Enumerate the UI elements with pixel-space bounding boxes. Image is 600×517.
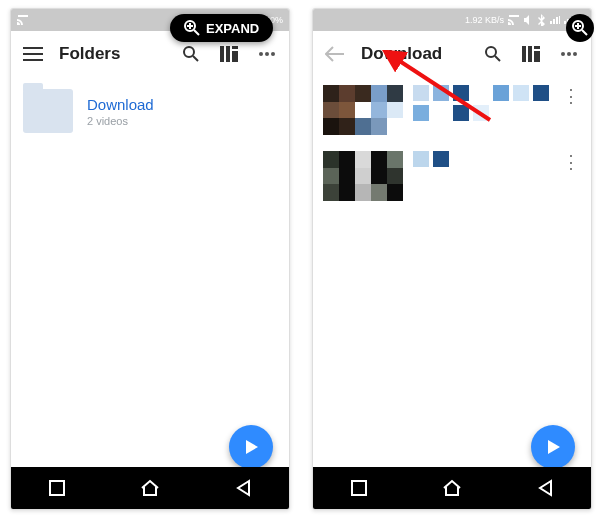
svg-point-0	[184, 47, 194, 57]
nav-back-button[interactable]	[532, 475, 558, 501]
play-fab[interactable]	[229, 425, 273, 469]
view-toggle-button[interactable]	[519, 42, 543, 66]
app-bar: Download	[313, 31, 591, 77]
cast-icon	[17, 15, 29, 25]
expand-label: EXPAND	[206, 21, 259, 36]
search-button[interactable]	[481, 42, 505, 66]
video-more-button[interactable]: ⋮	[561, 151, 581, 173]
status-bar: 1.92 KB/s	[313, 9, 591, 31]
svg-rect-4	[50, 481, 64, 495]
nav-home-button[interactable]	[439, 475, 465, 501]
view-toggle-button[interactable]	[217, 42, 241, 66]
video-more-button[interactable]: ⋮	[561, 85, 581, 107]
svg-rect-9	[352, 481, 366, 495]
volume-icon	[524, 15, 534, 25]
status-net: 1.92 KB/s	[465, 15, 504, 25]
video-thumbnail	[323, 85, 403, 135]
svg-point-7	[567, 52, 571, 56]
android-nav-bar	[313, 467, 591, 509]
nav-recent-button[interactable]	[346, 475, 372, 501]
more-button[interactable]	[557, 42, 581, 66]
nav-back-button[interactable]	[230, 475, 256, 501]
cast-icon	[508, 15, 520, 25]
content-area: Download 2 videos	[11, 77, 289, 483]
nav-home-button[interactable]	[137, 475, 163, 501]
video-list: ⋮⋮	[323, 85, 581, 201]
svg-point-3	[271, 52, 275, 56]
folder-icon	[23, 89, 73, 133]
content-area: ⋮⋮	[313, 77, 591, 483]
video-item[interactable]: ⋮	[323, 85, 581, 135]
back-arrow-button[interactable]	[323, 42, 347, 66]
svg-point-5	[486, 47, 496, 57]
folder-name: Download	[87, 96, 154, 113]
phone-left-frame: 0:14 60% Folders Download	[10, 8, 290, 510]
video-meta	[413, 151, 551, 175]
magnify-plus-icon	[184, 20, 200, 36]
search-button[interactable]	[179, 42, 203, 66]
play-fab[interactable]	[531, 425, 575, 469]
android-nav-bar	[11, 467, 289, 509]
page-title: Folders	[59, 44, 165, 64]
magnify-badge[interactable]	[566, 14, 594, 42]
video-item[interactable]: ⋮	[323, 151, 581, 201]
page-title: Download	[361, 44, 467, 64]
svg-point-2	[265, 52, 269, 56]
expand-button[interactable]: EXPAND	[170, 14, 273, 42]
svg-point-6	[561, 52, 565, 56]
video-thumbnail	[323, 151, 403, 201]
video-meta	[413, 85, 551, 125]
phone-right-frame: 1.92 KB/s Download ⋮⋮	[312, 8, 592, 510]
bluetooth-icon	[538, 14, 546, 26]
svg-point-1	[259, 52, 263, 56]
svg-point-8	[573, 52, 577, 56]
folder-subtitle: 2 videos	[87, 115, 154, 127]
signal-icon	[550, 16, 560, 24]
folder-item[interactable]: Download 2 videos	[21, 85, 279, 137]
nav-recent-button[interactable]	[44, 475, 70, 501]
more-button[interactable]	[255, 42, 279, 66]
menu-button[interactable]	[21, 42, 45, 66]
